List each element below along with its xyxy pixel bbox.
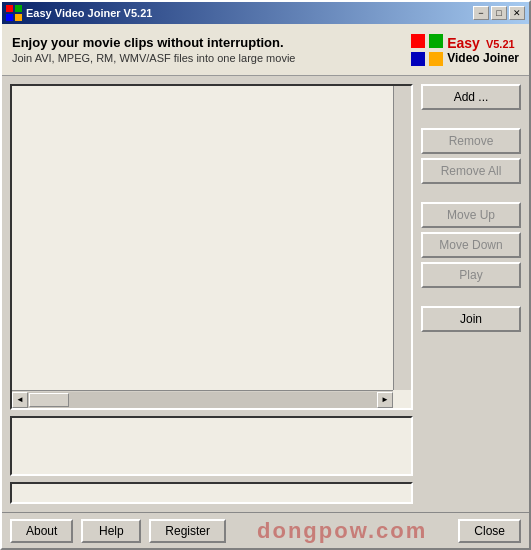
logo-icon (411, 34, 443, 66)
minimize-button[interactable]: − (473, 6, 489, 20)
close-window-button[interactable]: ✕ (509, 6, 525, 20)
scroll-thumb[interactable] (29, 393, 69, 407)
svg-rect-4 (411, 34, 425, 48)
content-area: ◄ ► Add ... Remove (2, 76, 529, 512)
svg-rect-7 (429, 52, 443, 66)
footer-close-button[interactable]: Close (458, 519, 521, 543)
svg-rect-0 (6, 5, 13, 12)
right-panel: Add ... Remove Remove All Move Up Move D… (421, 84, 521, 504)
vertical-scrollbar[interactable] (393, 86, 411, 390)
logo-text: Easy V5.21 Video Joiner (447, 35, 519, 65)
join-button[interactable]: Join (421, 306, 521, 332)
header-subtitle: Join AVI, MPEG, RM, WMV/ASF files into o… (12, 52, 411, 64)
remove-button[interactable]: Remove (421, 128, 521, 154)
svg-rect-2 (6, 14, 13, 21)
file-list-container: ◄ ► (10, 84, 413, 410)
scroll-right-button[interactable]: ► (377, 392, 393, 408)
svg-rect-1 (15, 5, 22, 12)
header-title: Enjoy your movie clips without interrupt… (12, 35, 411, 50)
help-button[interactable]: Help (81, 519, 141, 543)
header-logo: Easy V5.21 Video Joiner (411, 34, 519, 66)
logo-easy-text: Easy (447, 35, 480, 51)
footer: About Help Register dongpow.com Close (2, 512, 529, 548)
header-banner: Enjoy your movie clips without interrupt… (2, 24, 529, 76)
logo-version-text: V5.21 (486, 38, 515, 50)
left-panel: ◄ ► (10, 84, 413, 504)
horizontal-scrollbar: ◄ ► (12, 390, 393, 408)
move-down-button[interactable]: Move Down (421, 232, 521, 258)
output-path-field[interactable] (10, 482, 413, 504)
header-text-area: Enjoy your movie clips without interrupt… (12, 35, 411, 64)
play-button[interactable]: Play (421, 262, 521, 288)
logo-video-joiner-text: Video Joiner (447, 51, 519, 65)
add-button[interactable]: Add ... (421, 84, 521, 110)
file-list (12, 86, 411, 390)
register-button[interactable]: Register (149, 519, 226, 543)
about-button[interactable]: About (10, 519, 73, 543)
svg-rect-6 (411, 52, 425, 66)
app-icon (6, 5, 22, 21)
main-window: Easy Video Joiner V5.21 − □ ✕ Enjoy your… (0, 0, 531, 550)
svg-rect-3 (15, 14, 22, 21)
main-panel: ◄ ► Add ... Remove (2, 76, 529, 512)
svg-rect-5 (429, 34, 443, 48)
scroll-left-button[interactable]: ◄ (12, 392, 28, 408)
move-up-button[interactable]: Move Up (421, 202, 521, 228)
title-bar-text: Easy Video Joiner V5.21 (26, 7, 473, 19)
maximize-button[interactable]: □ (491, 6, 507, 20)
title-bar: Easy Video Joiner V5.21 − □ ✕ (2, 2, 529, 24)
info-box (10, 416, 413, 476)
scroll-track[interactable] (28, 392, 377, 408)
remove-all-button[interactable]: Remove All (421, 158, 521, 184)
watermark-text: dongpow.com (234, 518, 450, 544)
title-bar-controls: − □ ✕ (473, 6, 525, 20)
